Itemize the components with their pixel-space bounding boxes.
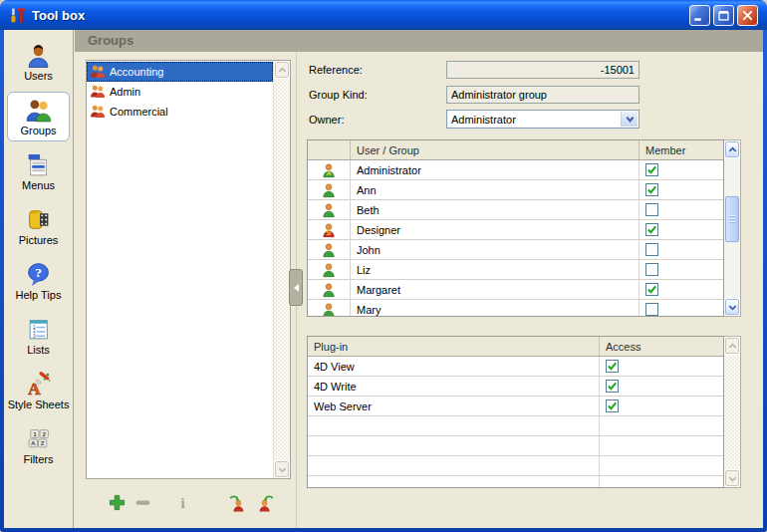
scrollbar-track[interactable] — [724, 355, 740, 469]
plugin-name: 4D View — [308, 357, 599, 376]
table-row-empty — [308, 456, 723, 476]
table-row[interactable]: Beth — [308, 200, 723, 220]
table-row-empty — [308, 436, 723, 456]
sidebar-item-filters[interactable]: 12AZFilters — [7, 420, 70, 470]
user-admin-icon: A — [308, 160, 350, 179]
reference-row: Reference: -15001 — [307, 60, 741, 79]
group-list-scrollbar[interactable] — [273, 61, 290, 478]
sidebar-item-menus[interactable]: Menus — [7, 146, 70, 196]
chevron-down-icon[interactable] — [621, 112, 638, 127]
sidebar-item-users[interactable]: Users — [7, 37, 70, 87]
member-checkbox[interactable] — [645, 283, 658, 296]
sidebar-item-style-sheets[interactable]: AStyle Sheets — [7, 366, 70, 415]
user-group-name: Margaret — [350, 280, 639, 299]
sidebar-item-label: Groups — [20, 126, 56, 136]
members-scrollbar[interactable] — [724, 139, 741, 317]
scroll-up-icon[interactable] — [725, 338, 739, 354]
user-group-name: Mary — [350, 300, 639, 317]
table-row[interactable]: Mary — [308, 300, 723, 317]
info-button: i — [171, 491, 193, 513]
member-checkbox[interactable] — [645, 243, 658, 256]
scroll-up-icon[interactable] — [725, 141, 739, 157]
sidebar-item-label: Lists — [27, 345, 50, 356]
title-bar[interactable]: Tool box — [0, 0, 767, 30]
maximize-button[interactable] — [713, 5, 734, 26]
toolbox-icon — [9, 7, 26, 24]
access-checkbox[interactable] — [606, 380, 619, 393]
table-row[interactable]: SDesigner — [308, 220, 723, 240]
table-row[interactable]: Ann — [308, 180, 723, 200]
group-list-item[interactable]: Admin — [87, 82, 273, 102]
access-checkbox[interactable] — [606, 399, 619, 412]
sidebar-item-lists[interactable]: 123Lists — [7, 311, 70, 361]
access-checkbox[interactable] — [606, 360, 619, 373]
member-checkbox[interactable] — [645, 163, 658, 176]
plugins-table-grid: Plug-in Access 4D View4D WriteWeb Server — [307, 336, 724, 488]
close-button[interactable] — [737, 5, 758, 26]
member-cell — [639, 220, 723, 239]
owner-dropdown[interactable]: Administrator — [446, 110, 639, 129]
group-name: Accounting — [110, 66, 163, 78]
sidebar-item-groups[interactable]: Groups — [7, 92, 70, 141]
table-row[interactable]: John — [308, 240, 723, 260]
scrollbar-track[interactable] — [724, 158, 740, 298]
group-list-item[interactable]: Commercial — [87, 102, 273, 122]
user-group-name: Designer — [350, 220, 639, 239]
user-icon — [308, 180, 350, 199]
scroll-down-icon[interactable] — [725, 299, 739, 315]
sidebar-item-label: Help Tips — [16, 290, 62, 301]
sidebar-item-label: Menus — [22, 180, 55, 191]
minimize-icon — [691, 7, 708, 24]
splitter-handle[interactable] — [289, 269, 303, 306]
assign-user-out-button[interactable] — [255, 491, 277, 513]
plugin-name-empty — [308, 436, 599, 455]
scroll-down-icon[interactable] — [275, 461, 289, 477]
member-cell — [639, 260, 723, 279]
table-row[interactable]: Liz — [308, 260, 723, 280]
table-row-empty — [308, 476, 723, 488]
assign-user-in-button[interactable] — [225, 491, 247, 513]
table-row[interactable]: AAdministrator — [308, 160, 723, 180]
member-checkbox[interactable] — [645, 183, 658, 196]
member-checkbox[interactable] — [645, 303, 658, 316]
reference-field: -15001 — [446, 61, 639, 79]
user-icon — [308, 200, 350, 219]
table-row[interactable]: 4D View — [308, 357, 723, 377]
scroll-up-icon[interactable] — [275, 62, 289, 78]
sidebar-item-label: Pictures — [19, 235, 59, 246]
table-row[interactable]: Margaret — [308, 280, 723, 300]
scrollbar-track[interactable] — [274, 79, 290, 460]
access-cell-empty — [599, 476, 723, 488]
plugins-table: Plug-in Access 4D View4D WriteWeb Server — [307, 336, 741, 488]
svg-text:S: S — [327, 229, 332, 236]
sidebar-item-pictures[interactable]: Pictures — [7, 201, 70, 251]
plus-icon — [108, 493, 127, 512]
minimize-button[interactable] — [689, 5, 710, 26]
add-group-button[interactable] — [106, 491, 128, 513]
svg-text:Z: Z — [41, 439, 45, 446]
member-cell — [639, 160, 723, 179]
owner-value: Administrator — [451, 114, 516, 126]
scrollbar-thumb[interactable] — [725, 196, 739, 242]
user-group-name: Administrator — [350, 160, 639, 179]
groups-icon — [25, 97, 52, 124]
member-checkbox[interactable] — [645, 203, 658, 216]
user-icon — [308, 300, 350, 317]
table-row[interactable]: Web Server — [308, 397, 723, 416]
close-icon — [739, 7, 756, 24]
scroll-down-icon[interactable] — [725, 470, 739, 486]
group-red-icon — [90, 64, 106, 80]
window-body: UsersGroupsMenusPictures?Help Tips123Lis… — [4, 30, 763, 528]
table-row-empty — [308, 416, 723, 436]
plugin-name-empty — [308, 416, 599, 435]
group-kind-row: Group Kind: Administrator group — [307, 85, 741, 104]
plugins-scrollbar[interactable] — [724, 336, 741, 488]
user-group-column-header: User / Group — [350, 140, 639, 159]
member-checkbox[interactable] — [645, 223, 658, 236]
sidebar-item-help-tips[interactable]: ?Help Tips — [7, 256, 70, 306]
access-cell-empty — [599, 436, 723, 455]
table-row[interactable]: 4D Write — [308, 377, 723, 397]
group-list-item[interactable]: Accounting — [87, 62, 273, 82]
content-area: AccountingAdminCommercial Reference: -15… — [75, 52, 763, 528]
member-checkbox[interactable] — [645, 263, 658, 276]
